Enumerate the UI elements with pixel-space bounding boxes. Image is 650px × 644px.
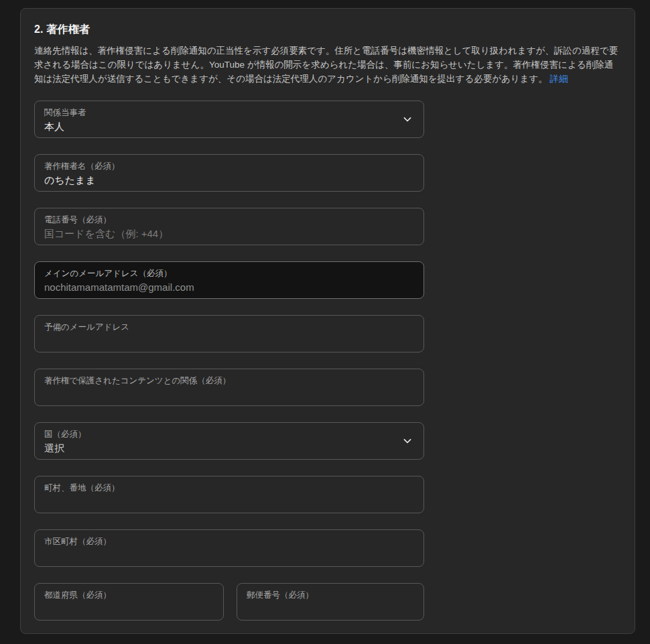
primary-email-value: nochitamamatamtam@gmail.com [44, 281, 394, 294]
relationship-to-content-label: 著作権で保護されたコンテンツとの関係（必須） [44, 375, 394, 386]
phone-number-placeholder: 国コードを含む（例: +44） [44, 227, 394, 240]
relationship-select-value: 本人 [44, 120, 394, 133]
copyright-owner-name-field[interactable]: 著作権者名（必須） のちたまま [34, 154, 424, 192]
city-field[interactable]: 市区町村（必須） [34, 529, 424, 567]
state-postal-row: 都道府県（必須） 郵便番号（必須） [34, 583, 424, 621]
section-description: 連絡先情報は、著作権侵害による削除通知の正当性を示す必須要素です。住所と電話番号… [34, 44, 621, 86]
state-field[interactable]: 都道府県（必須） [34, 583, 224, 621]
postal-code-field[interactable]: 郵便番号（必須） [237, 583, 424, 621]
secondary-email-label: 予備のメールアドレス [44, 322, 394, 332]
country-select-value: 選択 [44, 442, 394, 454]
street-address-label: 町村、番地（必須） [44, 482, 394, 493]
chevron-down-icon [401, 434, 414, 448]
section-title: 2. 著作権者 [34, 23, 621, 37]
country-select[interactable]: 国（必須） 選択 [34, 422, 424, 460]
state-label: 都道府県（必須） [44, 590, 194, 600]
copyright-owner-section: 2. 著作権者 連絡先情報は、著作権侵害による削除通知の正当性を示す必須要素です… [20, 8, 635, 634]
chevron-down-icon [401, 113, 414, 126]
relationship-select-label: 関係当事者 [44, 107, 394, 118]
street-address-field[interactable]: 町村、番地（必須） [34, 476, 424, 513]
postal-code-label: 郵便番号（必須） [247, 590, 394, 600]
country-select-label: 国（必須） [44, 429, 394, 440]
relationship-to-content-field[interactable]: 著作権で保護されたコンテンツとの関係（必須） [34, 369, 424, 406]
copyright-owner-name-label: 著作権者名（必須） [44, 161, 394, 172]
phone-number-field[interactable]: 電話番号（必須） 国コードを含む（例: +44） [34, 208, 424, 245]
section-description-text: 連絡先情報は、著作権侵害による削除通知の正当性を示す必須要素です。住所と電話番号… [34, 46, 618, 84]
copyright-owner-form: 関係当事者 本人 著作権者名（必須） のちたまま 電話番号（必須） 国コードを含… [34, 101, 424, 621]
city-label: 市区町村（必須） [44, 536, 394, 547]
phone-number-label: 電話番号（必須） [44, 214, 394, 225]
relationship-select[interactable]: 関係当事者 本人 [34, 101, 424, 138]
primary-email-label: メインのメールアドレス（必須） [44, 268, 394, 279]
details-link[interactable]: 詳細 [550, 74, 568, 84]
copyright-owner-name-value: のちたまま [44, 174, 394, 186]
secondary-email-field[interactable]: 予備のメールアドレス [34, 315, 424, 352]
primary-email-field[interactable]: メインのメールアドレス（必須） nochitamamatamtam@gmail.… [34, 261, 424, 299]
